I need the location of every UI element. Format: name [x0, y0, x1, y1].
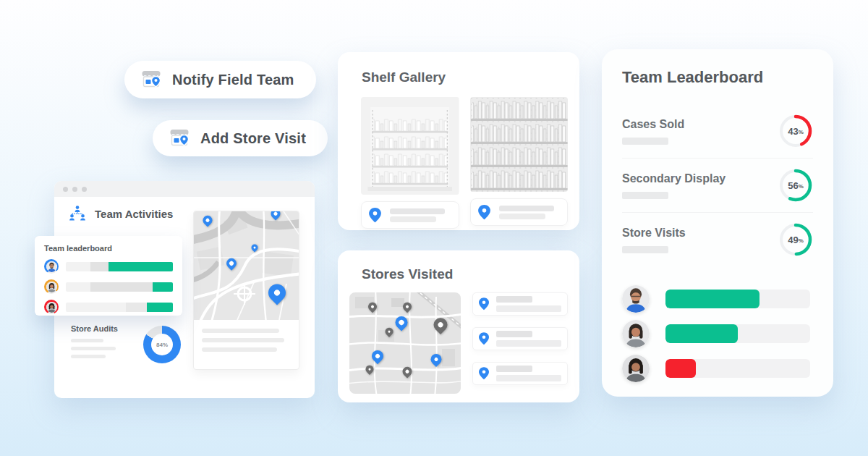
metric-info: Secondary Display: [622, 172, 726, 199]
map-pin[interactable]: [203, 216, 212, 225]
add-store-visit-button[interactable]: Add Store Visit: [153, 120, 328, 156]
placeholder-line: [496, 331, 532, 337]
notify-field-team-button[interactable]: Notify Field Team: [124, 61, 316, 98]
shelf-location-row[interactable]: [361, 201, 459, 229]
metric-value: 49%: [778, 222, 813, 257]
donut-hole: 84%: [151, 334, 173, 355]
gallery-item[interactable]: [470, 97, 569, 229]
avatar-progress-ring: [44, 279, 59, 294]
avatar: [46, 302, 57, 313]
progress-bar: [66, 282, 173, 292]
metric-ring: 49%: [778, 222, 813, 257]
store-item-text: [496, 296, 561, 312]
avatar: [46, 261, 57, 272]
map-pin[interactable]: [431, 354, 442, 365]
placeholder-line: [71, 355, 106, 358]
activity-map-panel[interactable]: [193, 211, 299, 370]
member-bar-fill: [665, 324, 738, 343]
shelf-location-text: [499, 203, 561, 221]
map-pin[interactable]: [252, 245, 258, 251]
stores-list: [472, 292, 568, 394]
placeholder-line: [496, 340, 561, 347]
location-pin-icon: [369, 208, 381, 223]
map-pin[interactable]: [368, 303, 377, 311]
member-bar-track: [665, 359, 810, 378]
add-store-visit-label: Add Store Visit: [200, 130, 306, 147]
metric-ring: 43%: [778, 114, 813, 148]
member-row: [622, 320, 813, 347]
map-pin[interactable]: [372, 350, 383, 362]
map-pin[interactable]: [268, 284, 286, 301]
store-audits-section: Store Audits 84%: [71, 324, 118, 363]
location-pin-icon: [479, 332, 489, 345]
metric-label: Secondary Display: [622, 172, 726, 185]
donut-value: 84%: [156, 342, 168, 348]
placeholder-line: [499, 214, 545, 219]
metric-info: Store Visits: [622, 227, 686, 253]
shelf-location-row[interactable]: [470, 198, 569, 226]
map-panel-notes: [194, 320, 299, 352]
shelf-photo: [470, 97, 569, 192]
map-pin[interactable]: [403, 367, 412, 376]
window-dot[interactable]: [82, 187, 87, 192]
placeholder-line: [390, 208, 445, 214]
stores-visited-body: [349, 292, 568, 394]
activity-map[interactable]: [194, 211, 299, 320]
member-bar-track: [665, 324, 810, 343]
map-pin[interactable]: [434, 318, 448, 332]
placeholder-line: [622, 246, 668, 253]
avatar-progress-ring: [44, 259, 59, 274]
gallery-item[interactable]: [361, 97, 459, 229]
metric-info: Cases Sold: [622, 118, 684, 145]
shelf-gallery-title: Shelf Gallery: [362, 69, 568, 85]
map-pin[interactable]: [226, 258, 237, 269]
metric-row: Secondary Display 56%: [622, 159, 813, 213]
map-pin[interactable]: [403, 303, 412, 311]
leaderboard-row: [44, 259, 173, 274]
placeholder-line: [202, 329, 279, 333]
location-pin-icon: [479, 367, 489, 380]
member-row: [622, 285, 813, 313]
location-pin-icon: [478, 205, 490, 220]
window-header: Team Activities: [69, 205, 173, 222]
store-list-item[interactable]: [472, 292, 568, 316]
map-background: [194, 211, 299, 320]
page-canvas: Notify Field Team Add Store Visit Team A…: [0, 0, 868, 456]
map-pin[interactable]: [396, 316, 408, 329]
shelf-gallery-grid: [349, 97, 568, 229]
placeholder-line: [496, 366, 532, 372]
metric-label: Cases Sold: [622, 118, 684, 131]
store-list-item[interactable]: [472, 327, 568, 350]
notify-field-team-label: Notify Field Team: [172, 72, 294, 88]
org-chart-icon: [69, 205, 86, 222]
map-pin[interactable]: [271, 211, 281, 219]
placeholder-line: [390, 216, 436, 222]
location-pin-icon: [479, 297, 489, 311]
metric-row: Store Visits 49%: [622, 213, 813, 266]
avatar: [622, 320, 650, 347]
store-list-item[interactable]: [472, 362, 568, 385]
map-pin[interactable]: [365, 365, 373, 373]
placeholder-line: [622, 138, 668, 145]
stores-map[interactable]: [349, 292, 461, 394]
member-bar-fill: [665, 359, 696, 378]
window-dot[interactable]: [72, 187, 77, 192]
member-bar-fill: [665, 290, 760, 308]
member-row: [622, 355, 813, 382]
shelf-photo: [361, 97, 459, 195]
stores-visited-title: Stores Visited: [362, 266, 568, 282]
store-item-text: [496, 331, 561, 347]
avatar-progress-ring: [44, 300, 59, 314]
avatar: [622, 355, 650, 382]
metric-ring: 56%: [778, 168, 813, 203]
map-pin[interactable]: [386, 327, 393, 335]
placeholder-line: [499, 206, 554, 211]
placeholder-line: [202, 338, 284, 342]
shelf-gallery-card: Shelf Gallery: [338, 52, 579, 230]
window-dot[interactable]: [63, 187, 68, 192]
stores-visited-card: Stores Visited: [338, 250, 579, 402]
avatar: [622, 285, 650, 313]
members-list: [622, 285, 813, 382]
store-item-text: [496, 366, 561, 381]
member-bar-track: [665, 290, 810, 308]
